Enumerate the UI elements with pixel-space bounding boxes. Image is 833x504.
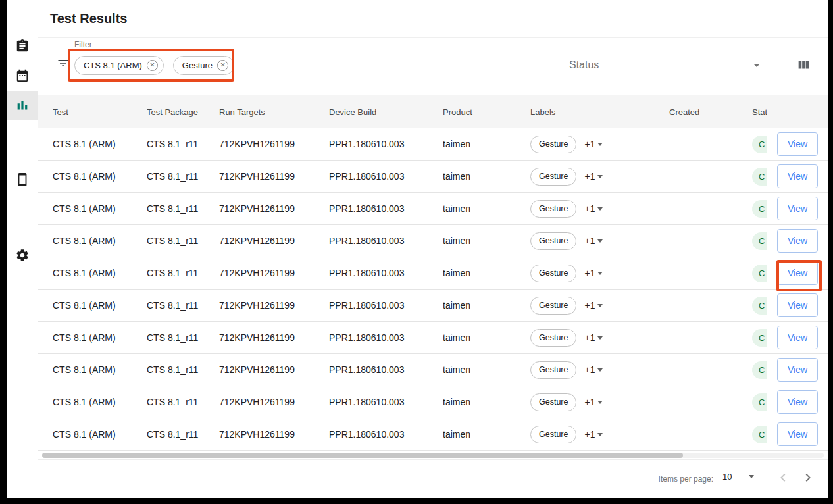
chevron-down-icon xyxy=(597,272,603,275)
cell-run-targets: 712KPVH1261199 xyxy=(219,193,328,224)
smartphone-icon xyxy=(15,172,30,187)
horizontal-scrollbar-thumb[interactable] xyxy=(42,453,683,458)
cell-device-build: PPR1.180610.003 xyxy=(329,290,441,321)
labels-more-dropdown[interactable]: +1 xyxy=(584,171,603,182)
cell-action: View xyxy=(767,193,828,224)
labels-more-dropdown[interactable]: +1 xyxy=(584,365,603,375)
status-select[interactable]: Status xyxy=(569,51,767,80)
cell-test-package: CTS 8.1_r11 xyxy=(147,386,218,418)
column-header-actions xyxy=(767,95,828,128)
gear-icon xyxy=(15,248,30,263)
view-button[interactable]: View xyxy=(777,293,818,317)
sidebar-item-schedule[interactable] xyxy=(7,61,38,90)
label-chip[interactable]: Gesture xyxy=(530,168,576,186)
sidebar-item-test-results[interactable] xyxy=(7,91,38,120)
chevron-down-icon xyxy=(597,368,603,372)
cell-device-build: PPR1.180610.003 xyxy=(329,386,441,418)
table-row: CTS 8.1 (ARM) CTS 8.1_r11 712KPVH1261199… xyxy=(38,290,828,322)
label-chip[interactable]: Gesture xyxy=(530,393,576,411)
chip-remove-icon[interactable]: ✕ xyxy=(217,60,228,71)
column-header-labels: Labels xyxy=(530,95,668,128)
sidebar-item-devices[interactable] xyxy=(7,165,38,194)
label-chip[interactable]: Gesture xyxy=(530,329,576,347)
filter-list-icon[interactable] xyxy=(57,57,70,72)
next-page-button[interactable] xyxy=(799,470,817,488)
sidebar-item-tests[interactable] xyxy=(7,32,38,61)
cell-product: taimen xyxy=(443,193,528,224)
cell-product: taimen xyxy=(443,257,528,289)
sidebar-item-settings[interactable] xyxy=(7,241,38,270)
cell-labels: Gesture +1 xyxy=(530,257,668,289)
labels-more-dropdown[interactable]: +1 xyxy=(584,429,603,440)
labels-more-dropdown[interactable]: +1 xyxy=(584,397,603,407)
cell-device-build: PPR1.180610.003 xyxy=(329,354,441,386)
chevron-down-icon xyxy=(597,401,603,404)
status-select-placeholder: Status xyxy=(569,59,599,71)
view-button[interactable]: View xyxy=(777,229,818,253)
label-chip[interactable]: Gesture xyxy=(530,265,576,282)
labels-more-dropdown[interactable]: +1 xyxy=(584,236,603,246)
labels-more-count: +1 xyxy=(584,300,595,311)
cell-test-package: CTS 8.1_r11 xyxy=(147,290,218,321)
cell-run-targets: 712KPVH1261199 xyxy=(219,386,328,418)
view-button[interactable]: View xyxy=(777,390,818,414)
chevron-right-icon xyxy=(800,470,816,488)
view-button[interactable]: View xyxy=(777,261,818,285)
paginator: Items per page: 10 xyxy=(38,460,828,497)
label-chip[interactable]: Gesture xyxy=(530,297,576,315)
cell-run-targets: 712KPVH1261199 xyxy=(219,161,328,192)
cell-test-package: CTS 8.1_r11 xyxy=(147,128,218,160)
cell-created xyxy=(669,128,751,160)
previous-page-button[interactable] xyxy=(774,470,792,488)
horizontal-scrollbar[interactable] xyxy=(38,451,828,460)
view-button[interactable]: View xyxy=(777,326,818,349)
cell-product: taimen xyxy=(443,128,528,160)
view-button[interactable]: View xyxy=(777,358,818,382)
cell-test: CTS 8.1 (ARM) xyxy=(53,193,145,224)
label-chip[interactable]: Gesture xyxy=(530,200,576,218)
cell-action: View xyxy=(767,354,828,386)
items-per-page-select[interactable]: 10 xyxy=(720,472,757,486)
labels-more-dropdown[interactable]: +1 xyxy=(584,203,603,214)
chevron-down-icon xyxy=(597,143,603,146)
cell-product: taimen xyxy=(443,354,528,386)
view-button[interactable]: View xyxy=(777,197,818,220)
cell-test-package: CTS 8.1_r11 xyxy=(147,225,218,257)
cell-product: taimen xyxy=(443,161,528,192)
chevron-down-icon xyxy=(749,475,754,478)
label-chip[interactable]: Gesture xyxy=(530,232,576,250)
cell-device-build: PPR1.180610.003 xyxy=(329,322,441,353)
column-chooser-icon[interactable] xyxy=(796,58,811,74)
status-badge: C xyxy=(752,232,767,250)
labels-more-count: +1 xyxy=(584,365,595,375)
horizontal-scrollbar-track[interactable] xyxy=(42,453,824,458)
labels-more-dropdown[interactable]: +1 xyxy=(584,300,603,311)
labels-more-dropdown[interactable]: +1 xyxy=(584,268,603,278)
cell-status: C xyxy=(752,418,767,450)
cell-test: CTS 8.1 (ARM) xyxy=(53,386,145,418)
status-badge: C xyxy=(752,136,767,153)
view-button[interactable]: View xyxy=(777,422,818,446)
labels-more-dropdown[interactable]: +1 xyxy=(584,139,603,149)
labels-more-count: +1 xyxy=(584,171,595,182)
cell-run-targets: 712KPVH1261199 xyxy=(219,290,328,321)
filter-chip-label: CTS 8.1 (ARM) xyxy=(84,61,142,70)
label-chip[interactable]: Gesture xyxy=(530,426,576,443)
chip-remove-icon[interactable]: ✕ xyxy=(147,60,158,71)
view-button[interactable]: View xyxy=(777,164,818,188)
filter-chips-field[interactable]: CTS 8.1 (ARM) ✕ Gesture ✕ xyxy=(74,51,542,80)
cell-test: CTS 8.1 (ARM) xyxy=(53,418,145,450)
labels-more-dropdown[interactable]: +1 xyxy=(584,332,603,343)
label-chip[interactable]: Gesture xyxy=(530,361,576,379)
cell-action: View xyxy=(767,386,828,418)
view-button[interactable]: View xyxy=(777,132,818,156)
status-badge: C xyxy=(752,361,767,379)
status-badge: C xyxy=(752,426,767,443)
chevron-down-icon xyxy=(753,64,760,67)
cell-test-package: CTS 8.1_r11 xyxy=(147,322,218,353)
labels-more-count: +1 xyxy=(584,203,595,214)
cell-test-package: CTS 8.1_r11 xyxy=(147,257,218,289)
status-badge: C xyxy=(752,200,767,218)
label-chip[interactable]: Gesture xyxy=(530,136,576,153)
chevron-down-icon xyxy=(597,175,603,178)
